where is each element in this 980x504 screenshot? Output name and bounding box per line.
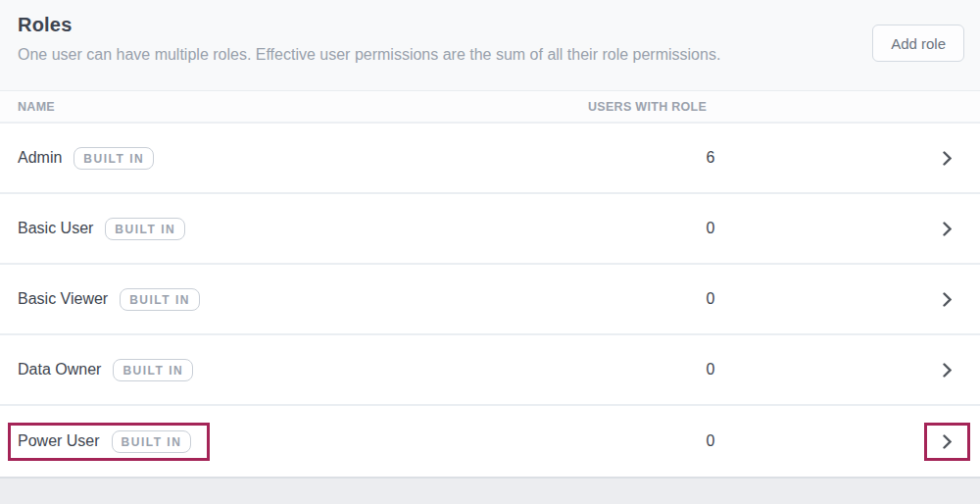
role-name: Basic User	[18, 220, 93, 237]
users-with-role-count: 6	[588, 149, 833, 167]
role-name-group: Basic Viewer BUILT IN	[8, 280, 219, 319]
roles-header: Roles One user can have multiple roles. …	[0, 0, 980, 91]
users-with-role-count: 0	[588, 290, 833, 308]
built-in-badge: BUILT IN	[105, 218, 185, 240]
role-name: Power User	[18, 432, 100, 450]
table-header-row: NAME USERS WITH ROLE	[0, 91, 980, 124]
column-header-name: NAME	[0, 100, 588, 114]
role-name-group: Data Owner BUILT IN	[8, 351, 212, 389]
roles-panel: Roles One user can have multiple roles. …	[0, 0, 980, 504]
users-with-role-count: 0	[588, 361, 833, 378]
page-title: Roles	[18, 14, 962, 36]
built-in-badge: BUILT IN	[112, 430, 192, 453]
roles-table-body: Admin BUILT IN 6 Basic User BUILT IN 0	[0, 124, 980, 477]
page-subtitle: One user can have multiple roles. Effect…	[18, 46, 962, 64]
users-with-role-count: 0	[588, 432, 833, 450]
table-row[interactable]: Basic User BUILT IN 0	[0, 194, 980, 265]
row-open-button[interactable]	[924, 210, 970, 248]
chevron-right-icon	[943, 222, 952, 236]
role-name-group: Basic User BUILT IN	[8, 210, 204, 248]
chevron-right-icon	[943, 363, 952, 378]
built-in-badge: BUILT IN	[120, 288, 200, 311]
role-name-group-annotated: Power User BUILT IN	[8, 423, 210, 461]
table-row[interactable]: Basic Viewer BUILT IN 0	[0, 265, 980, 335]
table-row[interactable]: Power User BUILT IN 0	[0, 406, 980, 477]
add-role-button[interactable]: Add role	[872, 25, 964, 62]
table-row[interactable]: Data Owner BUILT IN 0	[0, 335, 980, 406]
footer-bar	[0, 477, 980, 504]
built-in-badge: BUILT IN	[113, 359, 193, 381]
users-with-role-count: 0	[588, 220, 833, 237]
row-open-button[interactable]	[924, 280, 970, 319]
row-open-button[interactable]	[924, 139, 970, 177]
table-row[interactable]: Admin BUILT IN 6	[0, 124, 980, 194]
row-open-button[interactable]	[924, 423, 970, 461]
chevron-right-icon	[943, 292, 952, 307]
role-name-group: Admin BUILT IN	[8, 139, 172, 177]
chevron-right-icon	[943, 434, 952, 449]
column-header-users-with-role: USERS WITH ROLE	[588, 100, 833, 114]
row-open-button[interactable]	[924, 351, 970, 389]
role-name: Data Owner	[18, 361, 101, 378]
built-in-badge: BUILT IN	[74, 147, 154, 170]
chevron-right-icon	[943, 151, 952, 166]
role-name: Basic Viewer	[18, 290, 108, 308]
role-name: Admin	[18, 149, 62, 167]
